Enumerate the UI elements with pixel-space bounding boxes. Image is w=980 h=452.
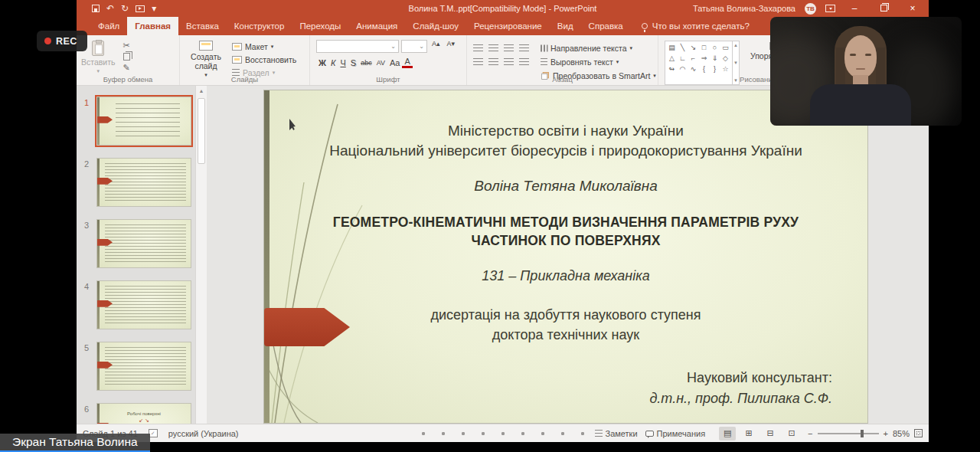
shape-glyph[interactable]: ◠ <box>678 64 688 74</box>
decrease-indent-icon[interactable] <box>504 44 514 52</box>
ribbon-tab[interactable]: Вставка <box>178 17 227 35</box>
zoom-level[interactable]: 85% <box>893 429 910 438</box>
zoom-slider[interactable] <box>818 433 879 434</box>
shapes-scroll-down-icon[interactable]: ▼ <box>733 61 738 65</box>
font-tool-button[interactable]: К <box>328 58 338 67</box>
ribbon-tab[interactable]: Слайд-шоу <box>405 17 466 35</box>
justify-icon[interactable] <box>519 58 529 66</box>
zoom-slider-handle[interactable] <box>861 430 864 437</box>
shape-glyph[interactable]: ◇ <box>720 54 730 64</box>
align-text-button[interactable]: Выровнять текст▾ <box>541 56 656 67</box>
close-button[interactable]: × <box>903 3 923 14</box>
layout-button[interactable]: Макет▾ <box>232 41 296 52</box>
ribbon-tab[interactable]: Рецензирование <box>466 17 550 35</box>
shape-glyph[interactable]: ∿ <box>688 64 698 74</box>
font-tool-button[interactable]: Ж <box>316 58 328 67</box>
format-painter-icon[interactable]: ✎ <box>123 63 130 73</box>
text-direction-button[interactable]: Направление текста▾ <box>541 42 656 54</box>
tell-me-box[interactable]: Что вы хотите сделать? <box>642 17 750 35</box>
shape-glyph[interactable]: ▤ <box>667 43 677 53</box>
slide-thumbnail[interactable]: 4 <box>84 280 207 329</box>
decrease-font-icon[interactable]: А▾ <box>445 40 458 53</box>
ribbon-tab[interactable]: Переходы <box>292 17 348 35</box>
reset-button[interactable]: Восстановить <box>232 54 296 65</box>
account-name[interactable]: Татьяна Волина-Захарова <box>693 4 795 13</box>
font-size-select[interactable]: ⌄ <box>401 40 427 53</box>
slide-thumbnail[interactable]: 6 Робочі поверхні <box>84 403 207 424</box>
shape-glyph[interactable]: ∟ <box>678 54 688 64</box>
ribbon-tab[interactable]: Главная <box>127 17 178 35</box>
shape-glyph[interactable]: ↘ <box>688 43 698 53</box>
author-name[interactable]: Воліна Тетяна Миколаївна <box>287 178 844 195</box>
thumbnail-number: 5 <box>84 342 92 391</box>
increase-font-icon[interactable]: А▴ <box>430 40 443 53</box>
align-right-icon[interactable] <box>504 58 514 66</box>
ribbon-tab[interactable]: Анимация <box>348 17 405 35</box>
ribbon-tab[interactable]: Справка <box>581 17 631 35</box>
undo-icon[interactable]: ↶ <box>106 4 114 13</box>
shape-glyph[interactable]: { <box>699 64 709 74</box>
save-icon[interactable] <box>92 5 100 12</box>
numbered-list-icon[interactable] <box>488 44 498 52</box>
dissertation-title[interactable]: ГЕОМЕТРО-КІНЕМАТИЧНІ МЕТОДИ ВИЗНАЧЕННЯ П… <box>287 213 844 250</box>
ministry-text[interactable]: Міністерство освіти і науки України Наці… <box>287 121 844 161</box>
align-left-icon[interactable] <box>473 58 483 66</box>
normal-view-button[interactable]: ▤ <box>719 427 736 441</box>
redo-icon[interactable]: ↻ <box>121 4 129 13</box>
shape-glyph[interactable]: △ <box>667 54 677 64</box>
scroll-up-icon[interactable]: ▲ <box>196 86 207 93</box>
comments-toggle[interactable]: Примечания <box>645 429 706 438</box>
slide-thumbnail[interactable]: 5 <box>84 342 207 391</box>
minimize-button[interactable]: – <box>844 3 864 14</box>
shape-glyph[interactable]: □ <box>699 43 709 53</box>
slide-thumbnail[interactable]: 1 <box>84 97 207 146</box>
font-tool-button[interactable]: Ч <box>338 58 348 67</box>
start-slideshow-icon[interactable] <box>136 5 145 12</box>
shape-glyph[interactable]: ⇓ <box>710 54 720 64</box>
degree-text[interactable]: дисертація на здобуття наукового ступеня… <box>287 305 844 345</box>
font-name-select[interactable]: ⌄ <box>316 40 399 53</box>
font-tool-button[interactable]: Aa <box>387 58 402 67</box>
shape-glyph[interactable]: ▭ <box>720 43 730 53</box>
slide-canvas[interactable]: Міністерство освіти і науки України Наці… <box>264 90 867 423</box>
copy-icon[interactable] <box>123 53 130 61</box>
slide-thumbnail[interactable]: 2 <box>84 158 207 207</box>
shape-glyph[interactable]: ⌐ <box>688 54 698 64</box>
font-tool-button[interactable]: S <box>348 58 358 67</box>
font-tool-button[interactable]: abc <box>358 59 374 67</box>
notes-toggle[interactable]: Заметки <box>595 429 638 438</box>
slide-sorter-view-button[interactable]: ⊞ <box>740 427 757 441</box>
align-center-icon[interactable] <box>488 58 498 66</box>
fit-to-window-icon[interactable] <box>914 429 923 437</box>
shape-glyph[interactable]: ⇒ <box>699 54 709 64</box>
increase-indent-icon[interactable] <box>519 44 529 52</box>
shapes-scroll-up-icon[interactable]: ▲ <box>733 43 738 47</box>
shape-glyph[interactable]: } <box>710 64 720 74</box>
cut-icon[interactable]: ✂ <box>123 41 130 51</box>
consultant-text[interactable]: Науковий консультант: д.т.н., проф. Пили… <box>649 368 832 409</box>
ribbon-tab[interactable]: Вид <box>550 17 581 35</box>
language-indicator[interactable]: русский (Украина) <box>168 429 239 438</box>
reading-view-button[interactable]: ⊟ <box>762 427 779 441</box>
font-tool-button[interactable]: А <box>402 57 412 68</box>
account-avatar[interactable]: ТВ <box>805 3 816 15</box>
specialty-text[interactable]: 131 – Прикладна механіка <box>287 268 844 284</box>
ribbon-tab[interactable]: Файл <box>90 17 127 35</box>
ribbon-display-options-icon[interactable] <box>825 5 835 12</box>
ribbon-tab[interactable]: Конструктор <box>227 17 292 35</box>
scrollbar-thumb[interactable] <box>198 98 205 164</box>
shape-glyph[interactable]: ○ <box>710 43 720 53</box>
customize-qat-icon[interactable]: ▾ <box>152 4 156 13</box>
zoom-in-button[interactable]: + <box>884 429 888 438</box>
slideshow-view-button[interactable]: ⊡ <box>783 427 800 441</box>
slide-thumbnail[interactable]: 3 <box>84 219 207 268</box>
shape-glyph[interactable]: ☆ <box>720 64 730 74</box>
restore-button[interactable] <box>874 3 893 14</box>
webcam-video-tile[interactable] <box>770 17 962 126</box>
shape-glyph[interactable]: ╲ <box>678 43 688 53</box>
zoom-out-button[interactable]: − <box>808 429 812 438</box>
shape-glyph[interactable]: ↬ <box>667 64 677 74</box>
font-tool-button[interactable]: AV <box>374 59 387 67</box>
bullet-list-icon[interactable] <box>473 44 483 52</box>
thumbnails-scrollbar[interactable]: ▲ <box>195 86 207 424</box>
